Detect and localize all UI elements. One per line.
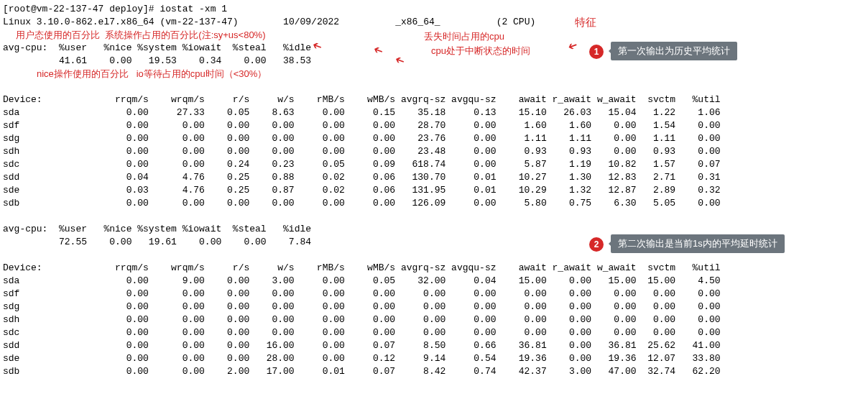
feature-label: 特征 <box>575 16 596 29</box>
device-row: sdd 0.04 4.76 0.25 0.88 0.02 0.06 130.70… <box>3 171 868 184</box>
device-row: sda 0.00 27.33 0.05 8.63 0.00 0.15 35.18… <box>3 106 868 119</box>
device-row: sdb 0.00 0.00 2.00 17.00 0.01 0.07 8.42 … <box>3 365 868 378</box>
ann-idle: cpu处于中断状态的时间 <box>431 45 530 58</box>
badge-2: 2 <box>589 237 604 252</box>
ann-system: 系统操作占用的百分比(注:sy+us<80%) <box>105 29 265 40</box>
ann-iowait: io等待占用的cpu时间（<30%） <box>137 68 267 79</box>
sys-kernel: Linux 3.10.0-862.el7.x86_64 (vm-22-137-4… <box>3 17 239 27</box>
ann-steal: 丢失时间占用的cpu <box>424 30 504 43</box>
device-row: sda 0.00 9.00 0.00 3.00 0.00 0.05 32.00 … <box>3 275 868 288</box>
device-row: sdg 0.00 0.00 0.00 0.00 0.00 0.00 0.00 0… <box>3 301 868 313</box>
badge-1: 1 <box>589 45 604 59</box>
device-row: sde 0.03 4.76 0.25 0.87 0.02 0.06 131.95… <box>3 184 868 197</box>
device-header-1: Device: rrqm/s wrqm/s r/s w/s rMB/s wMB/… <box>3 93 868 106</box>
ann-nice: nice操作使用的百分比 <box>37 68 129 79</box>
callout-2: 第二次输出是当前1s内的平均延时统计 <box>611 234 785 253</box>
device-row: sdb 0.00 0.00 0.00 0.00 0.00 0.00 126.09… <box>3 197 868 210</box>
device-row: sdc 0.00 0.00 0.00 0.00 0.00 0.00 0.00 0… <box>3 326 868 339</box>
sys-arch: _x86_64_ <box>395 17 440 27</box>
device-row: sdf 0.00 0.00 0.00 0.00 0.00 0.00 0.00 0… <box>3 288 868 301</box>
device-row: sdd 0.00 0.00 0.00 16.00 0.00 0.07 8.50 … <box>3 339 868 352</box>
device-row: sdh 0.00 0.00 0.00 0.00 0.00 0.00 23.48 … <box>3 145 868 158</box>
device-row: sdf 0.00 0.00 0.00 0.00 0.00 0.00 28.70 … <box>3 119 868 132</box>
device-row: sdc 0.00 0.00 0.24 0.23 0.05 0.09 618.74… <box>3 158 868 171</box>
ann-row-2: nice操作使用的百分比 io等待占用的cpu时间（<30%） <box>3 68 868 81</box>
device-row: sde 0.00 0.00 0.00 28.00 0.00 0.12 9.14 … <box>3 352 868 365</box>
device-row: sdg 0.00 0.00 0.00 0.00 0.00 0.00 23.76 … <box>3 132 868 145</box>
sys-cpu: (2 CPU) <box>497 17 536 27</box>
device-header-2: Device: rrqm/s wrqm/s r/s w/s rMB/s wMB/… <box>3 262 868 275</box>
sysinfo-line: Linux 3.10.0-862.el7.x86_64 (vm-22-137-4… <box>3 16 868 29</box>
callout-1: 第一次输出为历史平均统计 <box>611 42 737 60</box>
device-row: sdh 0.00 0.00 0.00 0.00 0.00 0.00 0.00 0… <box>3 313 868 326</box>
sys-date: 10/09/2022 <box>283 17 339 27</box>
prompt-line: [root@vm-22-137-47 deploy]# iostat -xm 1 <box>3 3 868 16</box>
ann-user: 用户态使用的百分比 <box>16 29 100 40</box>
